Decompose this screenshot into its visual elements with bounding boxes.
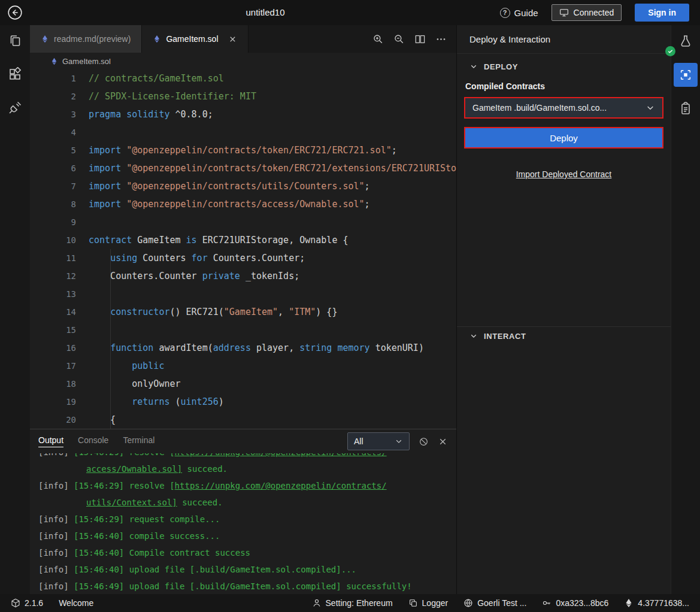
code-text: public bbox=[76, 357, 164, 375]
project-title: untitled10 bbox=[246, 0, 284, 25]
code-line: 4 bbox=[30, 123, 456, 141]
network-selector[interactable]: Goerli Test ... bbox=[463, 598, 526, 608]
line-number: 19 bbox=[30, 393, 76, 411]
compile-flask-icon[interactable] bbox=[678, 34, 693, 49]
log-text: [info] bbox=[38, 581, 69, 591]
wallet-balance-label: 4.37771638... bbox=[638, 598, 689, 608]
ethereum-icon bbox=[153, 35, 161, 43]
connected-label: Connected bbox=[574, 8, 614, 17]
compiled-contract-select[interactable]: GameItem .build/GameItem.sol.co... bbox=[465, 98, 662, 117]
compile-success-badge bbox=[665, 46, 675, 56]
log-text: [15:46:29] resolve [ bbox=[69, 453, 175, 457]
log-text: [15:46:40] upload file [.build/GameItem.… bbox=[69, 565, 356, 574]
explorer-files-icon[interactable] bbox=[8, 34, 22, 48]
audit-clipboard-icon[interactable] bbox=[678, 101, 693, 116]
code-line: 16 function awardItem(address player, st… bbox=[30, 339, 456, 357]
interact-section-header[interactable]: INTERACT bbox=[457, 327, 671, 345]
line-number: 4 bbox=[30, 123, 76, 141]
plug-icon[interactable] bbox=[8, 101, 22, 115]
version-label: 2.1.6 bbox=[25, 598, 43, 608]
deploy-section-header[interactable]: DEPLOY bbox=[457, 57, 671, 75]
tab-gameitem[interactable]: GameItem.sol bbox=[142, 25, 248, 53]
chevron-down-icon bbox=[469, 62, 478, 71]
zoom-in-icon[interactable] bbox=[372, 34, 384, 45]
back-button[interactable] bbox=[7, 5, 23, 20]
split-editor-icon[interactable] bbox=[414, 34, 426, 45]
guide-button[interactable]: ? Guide bbox=[500, 8, 538, 18]
log-text: succeed. bbox=[182, 464, 228, 474]
log-line: [info] [15:46:29] request compile... bbox=[38, 511, 456, 528]
log-link[interactable]: utils/Context.sol] bbox=[86, 498, 177, 507]
log-line: [info] [15:46:29] resolve [https://unpkg… bbox=[38, 477, 456, 494]
breadcrumb-file: GameItem.sol bbox=[62, 57, 111, 66]
code-text: pragma solidity ^0.8.0; bbox=[76, 105, 213, 123]
code-line: 20 { bbox=[30, 411, 456, 429]
code-line: 13 bbox=[30, 285, 456, 303]
cube-icon bbox=[11, 598, 20, 608]
code-text: // SPDX-License-Identifier: MIT bbox=[76, 87, 256, 105]
log-text: [info] bbox=[38, 565, 69, 574]
code-text bbox=[76, 123, 89, 141]
globe-icon bbox=[463, 598, 473, 608]
wallet-address-label: 0xa323...8bc6 bbox=[556, 598, 608, 608]
right-activity-bar bbox=[671, 25, 700, 594]
ethereum-icon bbox=[624, 598, 634, 608]
close-icon[interactable] bbox=[438, 437, 448, 447]
extensions-icon[interactable] bbox=[8, 67, 22, 81]
tab-console[interactable]: Console bbox=[78, 435, 108, 447]
code-line: 10contract GameItem is ERC721URIStorage,… bbox=[30, 231, 456, 249]
question-icon: ? bbox=[500, 8, 510, 18]
line-number: 10 bbox=[30, 231, 76, 249]
log-filter-select[interactable]: All bbox=[347, 432, 410, 450]
log-link[interactable]: https://unpkg.com/@openzeppelin/contract… bbox=[175, 453, 387, 457]
wallet-balance[interactable]: 4.37771638... bbox=[624, 598, 689, 608]
deploy-panel: Deploy & Interaction DEPLOY Compiled Con… bbox=[456, 25, 671, 594]
code-text: import "@openzeppelin/contracts/access/O… bbox=[76, 195, 370, 213]
code-line: 18 onlyOwner bbox=[30, 375, 456, 393]
sign-in-button[interactable]: Sign in bbox=[635, 4, 689, 22]
version-indicator: 2.1.6 bbox=[11, 598, 43, 608]
deploy-button[interactable]: Deploy bbox=[465, 128, 662, 147]
line-number: 20 bbox=[30, 411, 76, 429]
log-link[interactable]: access/Ownable.sol] bbox=[86, 464, 182, 474]
line-number: 13 bbox=[30, 285, 76, 303]
import-deployed-contract-link[interactable]: Import Deployed Contract bbox=[516, 169, 612, 179]
code-line: 3pragma solidity ^0.8.0; bbox=[30, 105, 456, 123]
viewfinder-icon bbox=[679, 68, 692, 81]
code-line: 11 using Counters for Counters.Counter; bbox=[30, 249, 456, 267]
code-text: contract GameItem is ERC721URIStorage, O… bbox=[76, 231, 349, 249]
setting-ethereum-button[interactable]: Setting: Ethereum bbox=[312, 598, 393, 608]
line-number: 1 bbox=[30, 69, 76, 87]
breadcrumb[interactable]: GameItem.sol bbox=[30, 53, 456, 69]
line-number: 14 bbox=[30, 303, 76, 321]
line-number: 5 bbox=[30, 141, 76, 159]
line-number: 12 bbox=[30, 267, 76, 285]
tab-output[interactable]: Output bbox=[38, 435, 63, 447]
tab-readme[interactable]: readme.md(preview) bbox=[30, 25, 142, 53]
wallet-address[interactable]: 0xa323...8bc6 bbox=[542, 598, 608, 608]
welcome-button[interactable]: Welcome bbox=[59, 598, 93, 608]
compiled-contracts-label: Compiled Contracts bbox=[465, 81, 671, 92]
close-icon[interactable] bbox=[228, 35, 237, 44]
connected-button[interactable]: Connected bbox=[551, 4, 622, 21]
deploy-panel-tab[interactable] bbox=[674, 63, 698, 87]
tab-label: GameItem.sol bbox=[166, 34, 218, 44]
zoom-out-icon[interactable] bbox=[393, 34, 405, 45]
code-editor[interactable]: 1// contracts/GameItem.sol2// SPDX-Licen… bbox=[30, 69, 456, 429]
code-text bbox=[76, 321, 89, 339]
code-text: onlyOwner bbox=[76, 375, 181, 393]
clear-output-icon[interactable] bbox=[419, 437, 429, 447]
log-link[interactable]: https://unpkg.com/@openzeppelin/contract… bbox=[175, 481, 387, 490]
code-line: 14 constructor() ERC721("GameItem", "ITM… bbox=[30, 303, 456, 321]
logger-button[interactable]: Logger bbox=[408, 598, 449, 608]
output-log: [info] [15:46:29] resolve [https://unpkg… bbox=[30, 453, 456, 594]
deploy-section-label: DEPLOY bbox=[484, 62, 518, 71]
output-controls: All bbox=[347, 432, 448, 450]
log-line: [info] [15:46:40] Compile contract succe… bbox=[38, 544, 456, 561]
ellipsis-icon[interactable] bbox=[435, 34, 447, 45]
code-line: 1// contracts/GameItem.sol bbox=[30, 69, 456, 87]
status-bar: 2.1.6 Welcome Setting: Ethereum Logger G… bbox=[0, 594, 700, 612]
tab-terminal[interactable]: Terminal bbox=[123, 435, 154, 447]
code-line: 19 returns (uint256) bbox=[30, 393, 456, 411]
compiled-contract-value: GameItem .build/GameItem.sol.co... bbox=[472, 103, 607, 113]
